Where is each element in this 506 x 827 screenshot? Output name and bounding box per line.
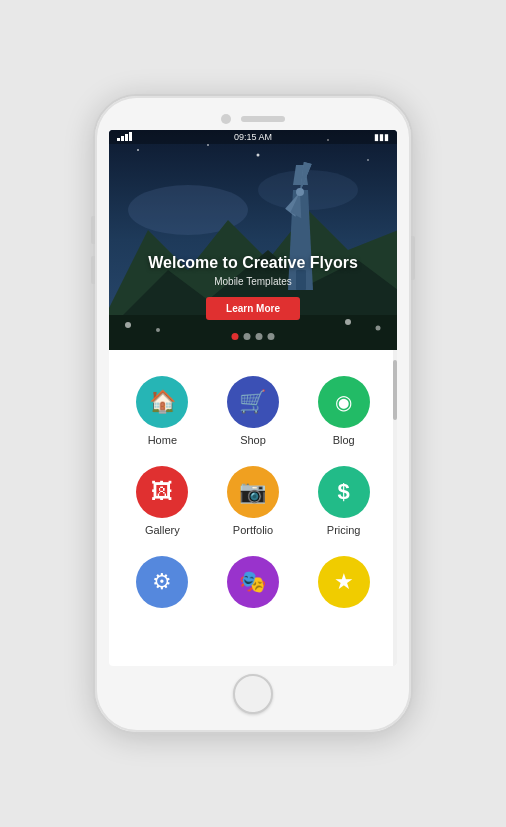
dot-2[interactable]: [244, 333, 251, 340]
volume-down-button: [91, 256, 95, 284]
status-bar: 09:15 AM ▮▮▮: [109, 130, 397, 144]
svg-point-13: [296, 188, 304, 196]
item8-icon-circle: 🎭: [227, 556, 279, 608]
portfolio-label: Portfolio: [233, 524, 273, 536]
nav-item-blog[interactable]: ◉Blog: [298, 366, 389, 456]
phone-notch: [109, 114, 397, 124]
carousel-dots: [232, 333, 275, 340]
item7-icon: ⚙: [152, 569, 172, 595]
item7-icon-circle: ⚙: [136, 556, 188, 608]
learn-more-button[interactable]: Learn More: [206, 297, 300, 320]
power-button: [411, 236, 415, 280]
pricing-label: Pricing: [327, 524, 361, 536]
icon-grid: 🏠Home🛒Shop◉Blog🖼Gallery📷Portfolio$Pricin…: [109, 350, 397, 640]
svg-point-17: [376, 325, 381, 330]
gallery-icon-circle: 🖼: [136, 466, 188, 518]
shop-icon: 🛒: [239, 389, 266, 415]
hero-content: Welcome to Creative Flyors Mobile Templa…: [109, 254, 397, 320]
screen-content: 🏠Home🛒Shop◉Blog🖼Gallery📷Portfolio$Pricin…: [109, 350, 397, 640]
blog-label: Blog: [333, 434, 355, 446]
hero-title: Welcome to Creative Flyors: [109, 254, 397, 272]
shop-icon-circle: 🛒: [227, 376, 279, 428]
portfolio-icon-circle: 📷: [227, 466, 279, 518]
pricing-icon: $: [338, 479, 350, 505]
nav-item-item9[interactable]: ★: [298, 546, 389, 624]
svg-point-15: [156, 328, 160, 332]
item8-icon: 🎭: [239, 569, 266, 595]
nav-item-portfolio[interactable]: 📷Portfolio: [208, 456, 299, 546]
shop-label: Shop: [240, 434, 266, 446]
phone-screen: 09:15 AM ▮▮▮: [109, 130, 397, 666]
pricing-icon-circle: $: [318, 466, 370, 518]
dot-4[interactable]: [268, 333, 275, 340]
svg-point-20: [257, 153, 260, 156]
hero-subtitle: Mobile Templates: [109, 276, 397, 287]
blog-icon: ◉: [335, 390, 352, 414]
blog-icon-circle: ◉: [318, 376, 370, 428]
status-time: 09:15 AM: [234, 132, 272, 142]
nav-item-gallery[interactable]: 🖼Gallery: [117, 456, 208, 546]
gallery-icon: 🖼: [151, 479, 173, 505]
front-camera: [221, 114, 231, 124]
item9-icon: ★: [334, 569, 354, 595]
earpiece-speaker: [241, 116, 285, 122]
item9-icon-circle: ★: [318, 556, 370, 608]
phone-bottom-area: [109, 674, 397, 714]
svg-point-14: [125, 322, 131, 328]
scrollbar-track: [393, 350, 397, 666]
nav-item-home[interactable]: 🏠Home: [117, 366, 208, 456]
scrollbar-thumb: [393, 360, 397, 420]
dot-3[interactable]: [256, 333, 263, 340]
signal-icon: [117, 132, 132, 141]
gallery-label: Gallery: [145, 524, 180, 536]
home-label: Home: [148, 434, 177, 446]
home-button[interactable]: [233, 674, 273, 714]
svg-point-19: [207, 144, 209, 146]
portfolio-icon: 📷: [239, 479, 266, 505]
nav-item-shop[interactable]: 🛒Shop: [208, 366, 299, 456]
hero-banner: Welcome to Creative Flyors Mobile Templa…: [109, 130, 397, 350]
nav-item-item8[interactable]: 🎭: [208, 546, 299, 624]
home-icon-circle: 🏠: [136, 376, 188, 428]
home-icon: 🏠: [149, 389, 176, 415]
svg-point-22: [367, 159, 369, 161]
battery-icon: ▮▮▮: [374, 132, 389, 142]
nav-item-pricing[interactable]: $Pricing: [298, 456, 389, 546]
nav-item-item7[interactable]: ⚙: [117, 546, 208, 624]
phone-frame: 09:15 AM ▮▮▮: [93, 94, 413, 734]
svg-point-18: [137, 149, 139, 151]
dot-1[interactable]: [232, 333, 239, 340]
volume-up-button: [91, 216, 95, 244]
